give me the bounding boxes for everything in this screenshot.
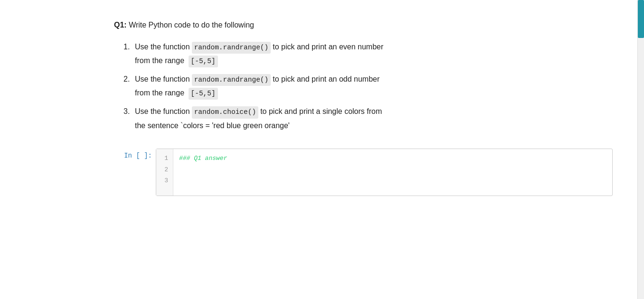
item1-code: random.randrange()	[192, 42, 271, 54]
question-label: Q1:	[114, 21, 127, 29]
scrollbar-thumb[interactable]	[638, 0, 644, 38]
cell-block: In [ ]: 1 2 3 ### Q1 answer	[114, 149, 613, 196]
item1-prefix: Use the function	[135, 41, 190, 53]
item1-continuation: from the range [-5,5]	[135, 55, 613, 67]
item1-range-code: [-5,5]	[189, 56, 218, 67]
item3-continuation: the sentence `colors = 'red blue green o…	[135, 120, 613, 132]
item3-suffix: to pick and print a single colors from	[260, 105, 382, 118]
question-title: Q1: Write Python code to do the followin…	[114, 19, 613, 31]
scrollbar[interactable]	[637, 0, 644, 299]
line-number-3: 3	[161, 175, 168, 186]
list-item: Use the function random.choice() to pick…	[123, 105, 613, 131]
list-item: Use the function random.randrange() to p…	[123, 73, 613, 100]
list-item-line: Use the function random.randrange() to p…	[135, 73, 613, 86]
code-line-3	[179, 175, 606, 186]
main-content: Q1: Write Python code to do the followin…	[0, 0, 637, 299]
question-text: Write Python code to do the following	[129, 21, 254, 29]
question-list: Use the function random.randrange() to p…	[114, 41, 613, 132]
item2-range-code: [-5,5]	[189, 88, 218, 100]
item2-prefix: Use the function	[135, 73, 190, 85]
line-numbers: 1 2 3	[156, 149, 173, 196]
code-line-2	[179, 164, 606, 175]
line-number-1: 1	[161, 153, 168, 164]
item2-code: random.randrange()	[192, 74, 271, 86]
line-number-2: 2	[161, 164, 168, 175]
list-item: Use the function random.randrange() to p…	[123, 41, 613, 67]
item3-code: random.choice()	[192, 106, 259, 118]
item1-suffix: to pick and print an even number	[273, 41, 383, 53]
question-block: Q1: Write Python code to do the followin…	[114, 19, 613, 196]
list-item-line: Use the function random.choice() to pick…	[135, 105, 613, 118]
code-area[interactable]: ### Q1 answer	[173, 149, 612, 196]
item3-prefix: Use the function	[135, 105, 190, 118]
item2-continuation: from the range [-5,5]	[135, 87, 613, 100]
cell-label: In [ ]:	[114, 149, 152, 161]
cell-editor[interactable]: 1 2 3 ### Q1 answer	[156, 149, 613, 196]
list-item-line: Use the function random.randrange() to p…	[135, 41, 613, 54]
code-comment: ### Q1 answer	[179, 155, 227, 162]
item2-suffix: to pick and print an odd number	[273, 73, 379, 85]
